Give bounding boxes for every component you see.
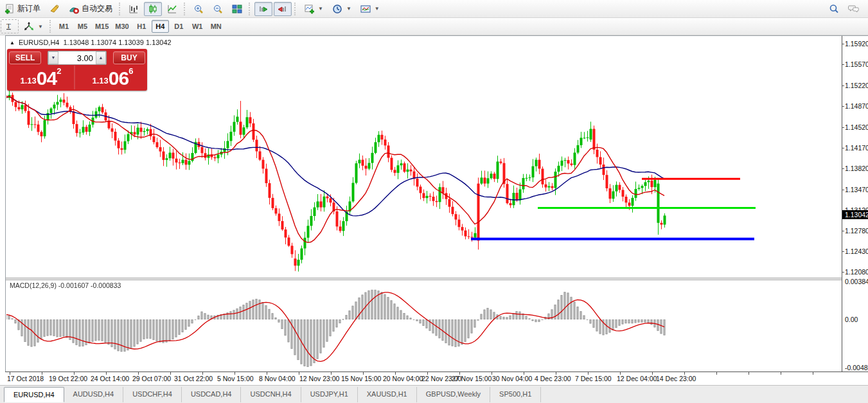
search-button[interactable]: [825, 2, 843, 16]
chart-shift-button[interactable]: [274, 2, 292, 16]
date-axis[interactable]: 17 Oct 201819 Oct 22:0024 Oct 14:0029 Oc…: [5, 372, 868, 385]
symbol-tab-usdcnh[interactable]: USDCNH,H4: [241, 387, 301, 402]
timeframe-button-d1[interactable]: D1: [170, 20, 188, 33]
tile-windows-button[interactable]: [228, 2, 246, 16]
date-axis-label: 4 Dec 23:00: [535, 375, 571, 382]
zoom-out-icon: [213, 4, 223, 14]
sell-button[interactable]: SELL: [9, 51, 41, 64]
timeframe-button-m1[interactable]: M1: [55, 20, 73, 33]
symbol-tab-usdchf[interactable]: USDCHF,H4: [123, 387, 182, 402]
price-axis-tick: 1.14170: [845, 144, 868, 152]
date-axis-label: 31 Oct 22:00: [174, 375, 213, 382]
dropdown-caret: ▼: [375, 6, 380, 12]
timeframe-button-w1[interactable]: W1: [189, 20, 206, 33]
toolbar-separator: [49, 20, 53, 33]
search-icon: [829, 4, 839, 14]
macd-indicator-canvas[interactable]: [6, 280, 842, 371]
date-axis-label: 20 Nov 04:00: [383, 375, 423, 382]
timeframe-button-m30[interactable]: M30: [112, 20, 131, 33]
line-chart-mode-button[interactable]: [163, 2, 181, 16]
timeframe-button-h1[interactable]: H1: [133, 20, 150, 33]
date-axis-tick: [781, 372, 781, 375]
price-axis-tick: 1.15570: [845, 60, 868, 68]
date-axis-tick: [202, 372, 203, 375]
price-axis-tick: 1.15920: [845, 40, 868, 48]
line-chart-icon: [167, 4, 177, 14]
volume-input[interactable]: 3.00: [58, 53, 96, 63]
price-axis-tick: 1.14870: [845, 102, 868, 110]
date-axis-tick: [395, 372, 396, 375]
price-axis-tick: 1.13820: [845, 165, 868, 172]
date-axis-tick: [10, 372, 10, 375]
sell-price-big-digits: 04: [37, 69, 57, 88]
timeframe-list: M1M5M15M30H1H4D1W1MN: [55, 20, 226, 33]
symbol-tab-xauusd[interactable]: XAUUSD,H1: [358, 387, 417, 402]
mt4-application-window: 新订单 自动交易: [0, 0, 868, 403]
date-axis-tick: [524, 372, 524, 375]
date-axis-tick: [620, 372, 621, 375]
date-axis-tick: [106, 372, 107, 375]
macd-axis-tick: -0.004856: [845, 364, 868, 372]
buy-button[interactable]: BUY: [113, 51, 145, 64]
zoom-out-button[interactable]: [209, 2, 227, 16]
dropdown-caret: ▼: [346, 6, 351, 12]
date-axis-label: 7 Dec 15:00: [575, 375, 612, 382]
symbol-tab-audusd[interactable]: AUDUSD,H4: [64, 387, 124, 402]
indicators-menu-button[interactable]: ▼: [300, 2, 327, 16]
buy-price-display[interactable]: 1.13066: [79, 66, 146, 89]
chat-button[interactable]: [844, 2, 862, 16]
price-axis-tick: 1.12780: [845, 227, 868, 235]
symbol-tab-gbpusd[interactable]: GBPUSD,Weekly: [417, 387, 490, 402]
chart-ohlc-values: 1.13048 1.13074 1.13039 1.13042: [64, 39, 172, 46]
date-axis-label: 15 Nov 15:00: [341, 375, 381, 382]
date-axis-tick: [42, 372, 42, 375]
symbol-tab-sp500[interactable]: SP500,H1: [490, 387, 541, 402]
buy-price-big-digits: 06: [109, 69, 128, 88]
timeframe-button-h4[interactable]: H4: [152, 20, 169, 33]
date-axis-tick: [363, 372, 364, 375]
price-axis[interactable]: 1.159201.155701.152201.148701.145201.141…: [842, 36, 868, 384]
new-order-button[interactable]: 新订单: [1, 2, 44, 16]
volume-increase-button[interactable]: ▲: [96, 51, 106, 64]
timeframe-button-m5[interactable]: M5: [74, 20, 91, 33]
toolbar-separator: [184, 3, 187, 15]
date-axis-label: 8 Nov 04:00: [259, 375, 296, 382]
date-axis-tick: [74, 372, 75, 375]
dropdown-caret: ▼: [38, 24, 43, 30]
date-axis-label: 30 Nov 04:00: [492, 375, 532, 382]
price-axis-tick: 1.14520: [845, 123, 868, 131]
volume-decrease-button[interactable]: ▼: [48, 51, 58, 64]
candlestick-icon: [148, 4, 158, 14]
date-axis-tick: [459, 372, 460, 375]
date-axis-label: 19 Oct 22:00: [49, 375, 87, 382]
timeframe-button-mn[interactable]: MN: [208, 20, 225, 33]
symbol-tab-usdcad[interactable]: USDCAD,H4: [182, 387, 242, 402]
buy-price-pipette: 6: [128, 67, 133, 75]
current-price-tag: 1.13042: [842, 210, 868, 219]
candlestick-mode-button[interactable]: [144, 2, 162, 16]
metaeditor-button[interactable]: [46, 2, 64, 16]
periods-menu-button[interactable]: ▼: [328, 2, 355, 16]
autotrading-icon: [69, 4, 79, 14]
zoom-in-button[interactable]: [190, 2, 208, 16]
symbol-tab-eurusd[interactable]: EURUSD,H4: [4, 387, 64, 402]
sell-price-pipette: 2: [57, 67, 61, 75]
autotrading-button[interactable]: 自动交易: [65, 2, 116, 16]
auto-scroll-icon: [258, 4, 269, 14]
collapse-arrow-icon[interactable]: ▲: [10, 40, 15, 46]
templates-menu-button[interactable]: ▼: [357, 2, 384, 16]
toolbar-right-group: [824, 2, 863, 16]
dropdown-caret: ▼: [318, 6, 323, 12]
auto-scroll-button[interactable]: [254, 2, 272, 16]
chart-window: ▲ EURUSD,H4 1.13048 1.13074 1.13039 1.13…: [5, 35, 868, 384]
price-axis-tick: 1.13470: [845, 186, 868, 193]
text-label-tool-button[interactable]: T: [1, 19, 19, 33]
template-icon: [360, 4, 371, 14]
timeframe-button-m15[interactable]: M15: [93, 20, 111, 33]
text-tool-icon: T: [4, 21, 15, 31]
clock-icon: [332, 4, 342, 14]
cursor-tool-button[interactable]: ▼: [20, 19, 47, 33]
symbol-tab-usdjpy[interactable]: USDJPY,H1: [301, 387, 358, 402]
sell-price-display[interactable]: 1.13042: [8, 66, 75, 89]
bar-chart-mode-button[interactable]: [125, 2, 143, 16]
